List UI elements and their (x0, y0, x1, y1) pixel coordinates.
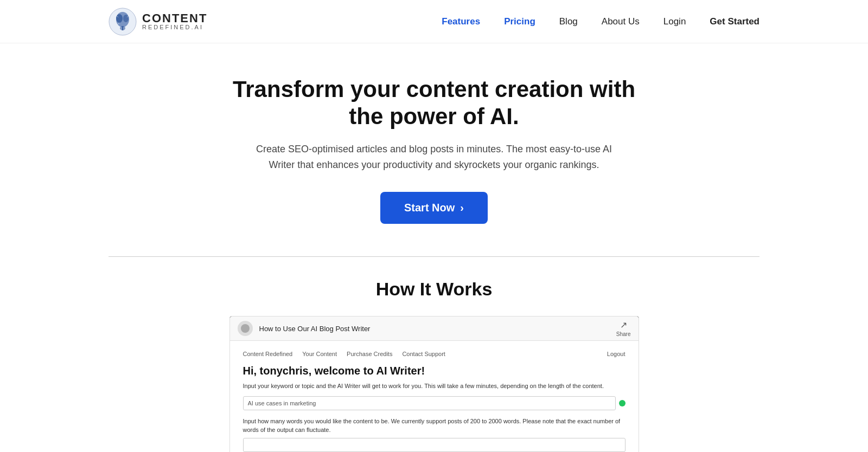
app-nav-purchase[interactable]: Purchase Credits (347, 351, 392, 357)
logo-sub-text: REDEFINED.AI (142, 24, 207, 30)
how-it-works-section: How It Works How to Use Our AI Blog Post… (0, 279, 868, 452)
hero-title: Transform your content creation with the… (217, 76, 651, 131)
start-now-button[interactable]: Start Now › (380, 192, 488, 224)
share-icon: ↗ (620, 320, 627, 330)
app-nav-contact[interactable]: Contact Support (402, 351, 445, 357)
app-nav-content[interactable]: Your Content (302, 351, 337, 357)
app-welcome-message: Hi, tonychris, welcome to AI Writer! (243, 365, 626, 377)
nav-links: Features Pricing Blog About Us Login Get… (442, 16, 760, 27)
how-it-works-title: How It Works (376, 279, 493, 300)
app-nav-logout[interactable]: Logout (607, 351, 626, 357)
svg-point-3 (123, 15, 129, 22)
app-screenshot: Content Redefined Your Content Purchase … (230, 341, 639, 452)
share-label: Share (616, 331, 631, 337)
app-desc-keyword: Input your keyword or topic and the AI W… (243, 382, 626, 391)
logo[interactable]: CONTENT REDEFINED.AI (108, 8, 207, 36)
svg-point-2 (116, 14, 123, 23)
logo-icon (108, 8, 137, 36)
section-divider (108, 256, 760, 257)
nav-login[interactable]: Login (663, 16, 686, 27)
navbar: CONTENT REDEFINED.AI Features Pricing Bl… (0, 0, 868, 43)
app-desc-words: Input how many words you would like the … (243, 417, 626, 435)
start-now-label: Start Now (404, 202, 455, 214)
app-nav: Content Redefined Your Content Purchase … (243, 351, 626, 357)
svg-point-9 (241, 324, 250, 333)
logo-main-text: CONTENT (142, 12, 207, 24)
hero-subtitle: Create SEO-optimised articles and blog p… (244, 141, 624, 173)
nav-get-started[interactable]: Get Started (710, 16, 760, 27)
video-title: How to Use Our AI Blog Post Writer (259, 325, 371, 333)
nav-about[interactable]: About Us (602, 16, 640, 27)
status-dot (619, 400, 626, 406)
nav-features[interactable]: Features (442, 16, 480, 27)
channel-avatar (238, 321, 253, 336)
app-keyword-row (243, 396, 626, 410)
video-container[interactable]: How to Use Our AI Blog Post Writer ↗ Sha… (229, 316, 639, 452)
start-now-arrow: › (460, 202, 464, 214)
app-words-input[interactable] (243, 438, 626, 452)
app-nav-home[interactable]: Content Redefined (243, 351, 293, 357)
hero-section: Transform your content creation with the… (0, 43, 868, 251)
share-button[interactable]: ↗ Share (616, 320, 631, 337)
video-header: How to Use Our AI Blog Post Writer ↗ Sha… (230, 317, 639, 341)
nav-pricing[interactable]: Pricing (504, 16, 535, 27)
video-inner: How to Use Our AI Blog Post Writer ↗ Sha… (230, 317, 639, 452)
nav-blog[interactable]: Blog (559, 16, 578, 27)
app-keyword-input[interactable] (243, 396, 616, 410)
